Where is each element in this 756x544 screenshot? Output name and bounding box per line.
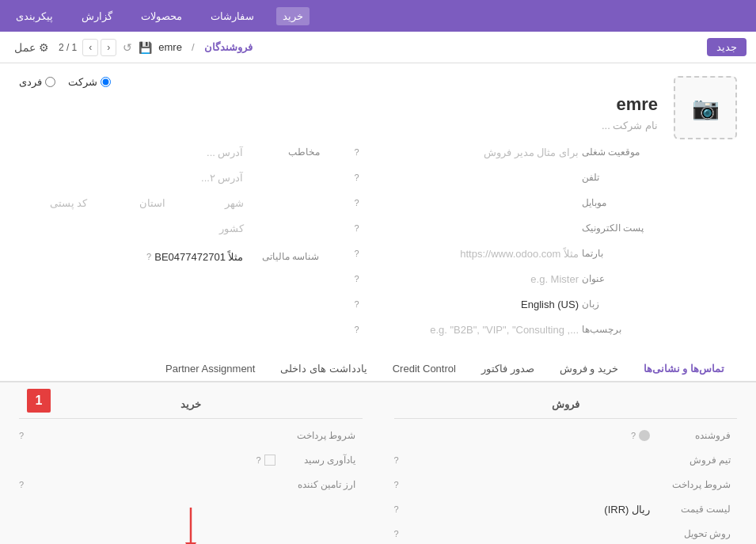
email-help-icon: ? bbox=[355, 223, 359, 233]
payment-terms-sale-help: ? bbox=[394, 480, 399, 489]
reminder-label: یادآوری رسید bbox=[275, 455, 363, 466]
state-value[interactable]: استان bbox=[97, 197, 166, 209]
vat-value[interactable]: مثلاً BE0477472701 bbox=[154, 251, 243, 263]
down-arrow-svg bbox=[181, 508, 200, 544]
page-indicator: 1 / 2 bbox=[59, 42, 77, 53]
purchase-section: خرید 1 شروط پرداخت ? یادآوری رسید ? bbox=[19, 395, 363, 544]
tags-value[interactable]: ..., e.g. "B2B", "VIP", "Consulting bbox=[363, 324, 579, 336]
sales-team-help: ? bbox=[394, 455, 399, 465]
tab-partner[interactable]: Partner Assignment bbox=[153, 356, 268, 382]
title-value[interactable]: e.g. Mister bbox=[363, 273, 579, 285]
title-label: عنوان bbox=[579, 273, 658, 284]
website-help-icon: ? bbox=[355, 249, 359, 258]
down-arrow bbox=[19, 508, 363, 544]
contact-label: مخاطب bbox=[244, 146, 323, 158]
entity-type-row: شرکت فردی bbox=[19, 76, 658, 88]
sales-team-row: تیم فروش ? bbox=[394, 450, 738, 470]
pricelist-value[interactable]: ریال (IRR) bbox=[402, 504, 650, 515]
lang-label: زبان bbox=[579, 299, 658, 310]
sales-team-label: تیم فروش bbox=[650, 455, 737, 466]
tab-notes[interactable]: یادداشت های داخلی bbox=[268, 356, 379, 382]
pricelist-row: لیست قیمت ریال (IRR) ? bbox=[394, 499, 738, 519]
tags-label: برچسب‌ها bbox=[579, 324, 658, 335]
supplier-currency-label: ارز تامین کننده bbox=[275, 479, 363, 490]
reminder-row: یادآوری رسید ? bbox=[19, 450, 363, 470]
section-grid: فروش فروشنده ? تیم فروش ? شروط پرداخت ? bbox=[19, 395, 737, 544]
top-navbar: خرید سفارشات محصولات گزارش پیکربندی bbox=[0, 0, 756, 32]
address-value[interactable]: آدرس ... bbox=[19, 146, 244, 158]
delivery-row: روش تحویل ? bbox=[394, 523, 738, 544]
delivery-label: روش تحویل bbox=[650, 528, 737, 539]
supplier-currency-row: ارز تامین کننده ? bbox=[19, 474, 363, 495]
tab-credit[interactable]: Credit Control bbox=[380, 356, 469, 382]
nav-products[interactable]: محصولات bbox=[135, 7, 188, 25]
form-main: شرکت فردی emre نام شرکت ... موقعیت شغلی … bbox=[19, 76, 658, 344]
action-bar: جدید فروشندگان / emre 💾 ↺ ‹ › 1 / 2 ⚙ عم… bbox=[0, 32, 756, 63]
zip-value[interactable]: کد پستی bbox=[19, 197, 88, 209]
pricelist-label: لیست قیمت bbox=[650, 504, 737, 515]
action-bar-right: فروشندگان / emre 💾 ↺ ‹ › 1 / 2 ⚙ عمل bbox=[9, 39, 253, 56]
nav-arrows: ‹ › 1 / 2 bbox=[55, 39, 116, 56]
supplier-currency-help: ? bbox=[19, 480, 24, 489]
pricelist-help: ? bbox=[394, 504, 399, 514]
action-gear[interactable]: ⚙ عمل bbox=[14, 41, 49, 54]
reminder-checkbox[interactable] bbox=[264, 455, 275, 466]
job-position-label: موقعیت شغلی bbox=[579, 146, 658, 158]
job-position-value[interactable]: برای مثال مدیر فروش bbox=[363, 146, 579, 158]
vat-help-icon: ? bbox=[146, 252, 151, 261]
tab-contacts[interactable]: تماس‌ها و نشانی‌ها bbox=[631, 356, 737, 382]
nav-menu: خرید سفارشات محصولات گزارش پیکربندی bbox=[9, 7, 310, 25]
email-label: پست الکترونیک bbox=[579, 223, 658, 234]
vat-label: شناسه مالیاتی bbox=[244, 251, 323, 262]
job-help-icon: ? bbox=[355, 147, 359, 157]
lang-help-icon: ? bbox=[355, 299, 359, 309]
action-bar-left: جدید bbox=[707, 38, 747, 56]
payment-terms-sale-row: شروط پرداخت ? bbox=[394, 474, 738, 495]
title-help-icon: ? bbox=[355, 274, 359, 283]
payment-terms-purchase-label: شروط پرداخت bbox=[275, 430, 363, 441]
prev-button[interactable]: ‹ bbox=[101, 39, 116, 56]
annotation-1: 1 bbox=[27, 389, 51, 413]
avatar-upload[interactable]: 📷 bbox=[674, 76, 737, 139]
breadcrumb-current: emre bbox=[158, 41, 182, 53]
address2-value[interactable]: آدرس ۲... bbox=[19, 172, 244, 184]
nav-reports[interactable]: گزارش bbox=[75, 7, 119, 25]
payment-terms-purchase-row: شروط پرداخت ? bbox=[19, 425, 363, 446]
payment-terms-sale-label: شروط پرداخت bbox=[650, 479, 737, 490]
refresh-icon[interactable]: ↺ bbox=[123, 41, 132, 54]
main-content: 📷 شرکت فردی emre نام شرکت ... bbox=[0, 63, 756, 544]
nav-sales[interactable]: سفارشات bbox=[204, 7, 260, 25]
camera-icon: 📷 bbox=[692, 95, 720, 121]
save-icon[interactable]: 💾 bbox=[139, 41, 152, 54]
tab-sales[interactable]: خرید و فروش bbox=[547, 356, 631, 382]
company-radio-label: شرکت bbox=[68, 76, 111, 88]
contact-col: موقعیت شغلی برای مثال مدیر فروش ? تلفن ?… bbox=[355, 141, 659, 344]
tabs-bar: تماس‌ها و نشانی‌ها خرید و فروش صدور فاکت… bbox=[0, 356, 756, 382]
nav-buy[interactable]: خرید bbox=[276, 7, 310, 25]
country-value[interactable]: کشور bbox=[19, 223, 244, 234]
company-name-field[interactable]: نام شرکت ... bbox=[19, 120, 658, 131]
sales-section-title: فروش bbox=[394, 395, 738, 419]
breadcrumb-separator: / bbox=[192, 41, 195, 53]
payment-terms-purchase-help: ? bbox=[19, 431, 24, 440]
website-label: بارتما bbox=[579, 248, 658, 259]
tab-invoicing[interactable]: صدور فاکتور bbox=[469, 356, 547, 382]
individual-radio[interactable] bbox=[45, 77, 55, 87]
breadcrumb-root[interactable]: فروشندگان bbox=[204, 41, 253, 53]
new-button[interactable]: جدید bbox=[707, 38, 747, 56]
company-radio[interactable] bbox=[101, 77, 111, 87]
reminder-help: ? bbox=[256, 455, 260, 465]
entity-name: emre bbox=[19, 94, 658, 115]
city-value[interactable]: شهر bbox=[175, 197, 244, 209]
mobile-label: موبایل bbox=[579, 197, 658, 208]
city-state-row: شهر استان کد پستی bbox=[19, 197, 244, 209]
salesperson-row: فروشنده ? bbox=[394, 425, 738, 446]
form-header: 📷 شرکت فردی emre نام شرکت ... bbox=[0, 63, 756, 356]
nav-settings[interactable]: پیکربندی bbox=[9, 7, 59, 25]
salesperson-help: ? bbox=[631, 431, 636, 440]
next-button[interactable]: › bbox=[82, 39, 98, 56]
sales-section: فروش فروشنده ? تیم فروش ? شروط پرداخت ? bbox=[394, 395, 738, 544]
website-value[interactable]: مثلاً https://www.odoo.com bbox=[363, 248, 579, 260]
lang-value[interactable]: English (US) bbox=[363, 299, 579, 310]
salesperson-label: فروشنده bbox=[650, 430, 737, 441]
